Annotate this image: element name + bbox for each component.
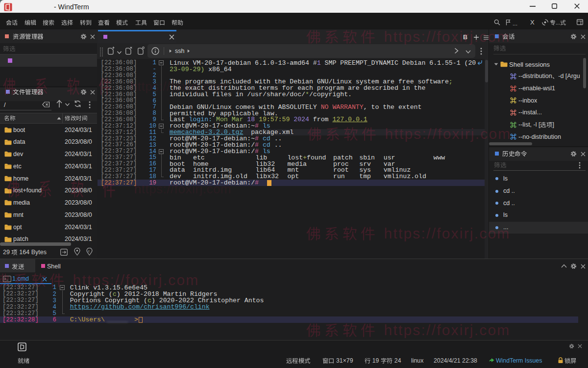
svg-text:c: c [88,249,90,253]
